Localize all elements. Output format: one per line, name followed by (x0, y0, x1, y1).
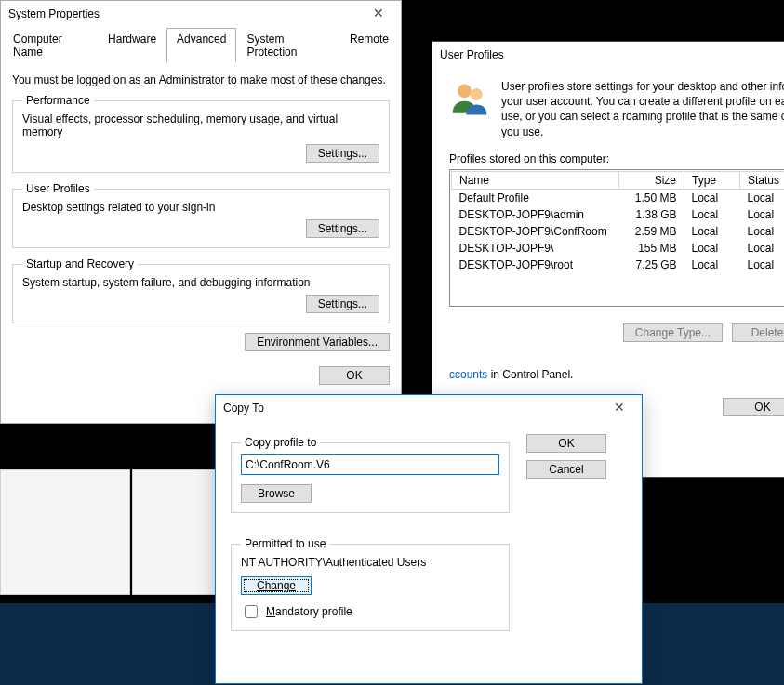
cell-size: 2.59 MB (619, 223, 684, 240)
mandatory-profile-checkbox[interactable]: Mandatory profile (241, 602, 499, 621)
cell-name: DESKTOP-JOPF9\ConfRoom (452, 223, 619, 240)
startup-recovery-legend: Startup and Recovery (22, 257, 138, 270)
copy-profile-to-group: Copy profile to Browse (231, 436, 510, 513)
delete-button[interactable]: Delete (732, 323, 784, 342)
change-permitted-button[interactable]: Change (241, 576, 312, 595)
cell-size: 7.25 GB (619, 257, 684, 273)
copy-profile-to-legend: Copy profile to (241, 436, 320, 449)
permitted-user-value: NT AUTHORITY\Authenticated Users (241, 556, 499, 569)
user-accounts-link[interactable]: ccounts (449, 368, 487, 381)
tab-system-protection[interactable]: System Protection (236, 28, 339, 62)
cell-name: DESKTOP-JOPF9\root (452, 257, 619, 273)
cell-name: Default Profile (452, 189, 619, 206)
copy-to-ok-button[interactable]: OK (526, 434, 606, 453)
table-row[interactable]: DESKTOP-JOPF9\ConfRoom2.59 MBLocalLocal7… (452, 223, 785, 240)
change-type-button[interactable]: Change Type... (623, 323, 723, 342)
table-row[interactable]: DESKTOP-JOPF9\155 MBLocalLocal6/2 (452, 240, 785, 257)
tab-computer-name[interactable]: Computer Name (3, 28, 98, 62)
close-icon[interactable]: ✕ (601, 398, 638, 418)
performance-text: Visual effects, processor scheduling, me… (22, 112, 379, 138)
performance-group: Performance Visual effects, processor sc… (12, 94, 390, 173)
cell-type: Local (684, 189, 740, 206)
user-profiles-text: Desktop settings related to your sign-in (22, 201, 379, 214)
cell-type: Local (684, 240, 740, 257)
window-title: Copy To (223, 402, 264, 415)
table-header-row[interactable]: Name Size Type Status M (452, 171, 785, 189)
tab-remote[interactable]: Remote (339, 28, 399, 62)
mandatory-profile-input[interactable] (245, 605, 258, 618)
col-status[interactable]: Status (740, 171, 785, 189)
profile-path-input[interactable] (241, 454, 499, 475)
cell-name: DESKTOP-JOPF9\ (452, 240, 619, 257)
titlebar[interactable]: User Profiles (432, 42, 784, 68)
user-profiles-group: User Profiles Desktop settings related t… (12, 182, 390, 248)
tab-hardware[interactable]: Hardware (98, 28, 166, 62)
table-row[interactable]: DESKTOP-JOPF9\admin1.38 GBLocalLocal6/1 (452, 206, 785, 223)
cell-size: 155 MB (619, 240, 684, 257)
copy-to-dialog: Copy To ✕ Copy profile to Browse Permitt… (215, 394, 643, 684)
tab-advanced[interactable]: Advanced (166, 28, 236, 62)
titlebar[interactable]: System Properties ✕ (1, 1, 401, 27)
cell-size: 1.38 GB (619, 206, 684, 223)
svg-point-0 (458, 85, 472, 99)
window-title: User Profiles (440, 48, 504, 61)
cell-status: Local (740, 223, 785, 240)
cell-size: 1.50 MB (619, 189, 684, 206)
table-row[interactable]: Default Profile1.50 MBLocalLocal6/2 (452, 189, 785, 206)
admin-warning-text: You must be logged on as an Administrato… (12, 73, 390, 86)
tab-page-advanced: You must be logged on as an Administrato… (1, 62, 401, 359)
close-icon[interactable]: ✕ (360, 4, 397, 24)
system-properties-ok-button[interactable]: OK (319, 366, 390, 385)
mandatory-profile-label: Mandatory profile (266, 605, 352, 618)
table-row[interactable]: DESKTOP-JOPF9\root7.25 GBLocalLocal6/8 (452, 257, 785, 273)
cell-type: Local (684, 206, 740, 223)
svg-point-1 (471, 88, 483, 100)
copy-to-cancel-button[interactable]: Cancel (526, 460, 606, 479)
user-profiles-description: User profiles store settings for your de… (501, 79, 784, 139)
user-profiles-ok-button[interactable]: OK (723, 398, 784, 416)
system-properties-dialog: System Properties ✕ Computer Name Hardwa… (0, 0, 402, 424)
profiles-table[interactable]: Name Size Type Status M Default Profile1… (449, 169, 784, 307)
environment-variables-button[interactable]: Environment Variables... (245, 333, 390, 351)
cell-status: Local (740, 206, 785, 223)
users-icon (449, 79, 490, 120)
permitted-to-use-group: Permitted to use NT AUTHORITY\Authentica… (231, 537, 510, 631)
user-profiles-settings-button[interactable]: Settings... (306, 219, 379, 238)
titlebar[interactable]: Copy To ✕ (216, 395, 642, 421)
col-name[interactable]: Name (452, 171, 619, 189)
cell-type: Local (684, 223, 740, 240)
startup-recovery-settings-button[interactable]: Settings... (306, 295, 379, 313)
cell-type: Local (684, 257, 740, 273)
profiles-stored-label: Profiles stored on this computer: (449, 152, 784, 165)
control-panel-hint: ccounts in Control Panel. (449, 368, 784, 381)
startup-recovery-text: System startup, system failure, and debu… (22, 276, 379, 289)
tab-strip: Computer Name Hardware Advanced System P… (3, 27, 399, 62)
cell-status: Local (740, 257, 785, 273)
window-title: System Properties (8, 7, 100, 20)
cell-name: DESKTOP-JOPF9\admin (452, 206, 619, 223)
browse-button[interactable]: Browse (241, 484, 312, 503)
cell-status: Local (740, 240, 785, 257)
cell-status: Local (740, 189, 785, 206)
performance-settings-button[interactable]: Settings... (306, 144, 379, 163)
permitted-to-use-legend: Permitted to use (241, 537, 329, 550)
col-type[interactable]: Type (684, 171, 740, 189)
startup-recovery-group: Startup and Recovery System startup, sys… (12, 257, 390, 323)
performance-legend: Performance (22, 94, 94, 107)
col-size[interactable]: Size (619, 171, 684, 189)
user-profiles-legend: User Profiles (22, 182, 94, 195)
